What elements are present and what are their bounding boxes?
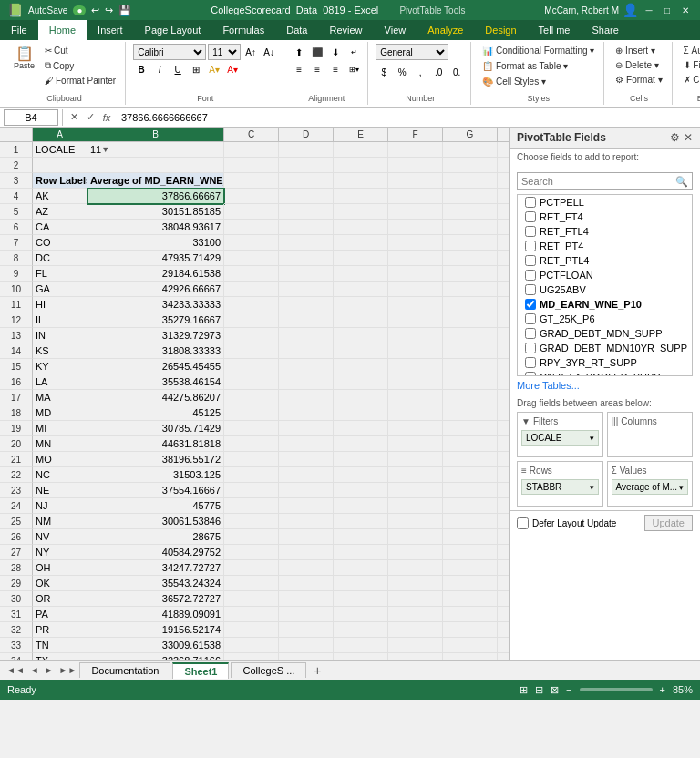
cell-e-2[interactable] (334, 158, 388, 173)
sheet-nav-next[interactable]: ► (42, 665, 57, 675)
row-header[interactable]: 11 (0, 297, 33, 312)
cell-h-14[interactable] (498, 343, 509, 359)
cell-g-10[interactable] (443, 282, 498, 297)
row-header[interactable]: 34 (0, 653, 33, 660)
cell-f-1[interactable] (388, 142, 443, 158)
cell-g-24[interactable] (443, 498, 498, 514)
cell-f-9[interactable] (388, 266, 443, 282)
row-header[interactable]: 18 (0, 405, 33, 421)
cell-c-2[interactable] (224, 158, 279, 173)
tab-view[interactable]: View (374, 20, 417, 40)
bottom-align-button[interactable]: ⬇ (327, 44, 344, 60)
col-header-h[interactable]: H (498, 128, 509, 141)
cell-b-10[interactable]: 42926.66667 (88, 282, 224, 297)
tab-sheet1[interactable]: Sheet1 (172, 662, 229, 679)
col-header-e[interactable]: E (334, 128, 388, 141)
cell-c-1[interactable] (224, 142, 279, 158)
pivot-field-checkbox-ug25abv[interactable] (525, 284, 536, 295)
cell-d-22[interactable] (279, 467, 334, 483)
cell-b-4[interactable]: 37866.66667 (88, 189, 224, 204)
cell-c-16[interactable] (224, 374, 279, 390)
cell-h-25[interactable] (498, 514, 509, 529)
cell-b-28[interactable]: 34247.72727 (88, 560, 224, 576)
cell-e-9[interactable] (334, 266, 388, 282)
cell-a-14[interactable]: KS (33, 343, 88, 359)
cell-d-2[interactable] (279, 158, 334, 173)
confirm-icon[interactable]: ✓ (83, 110, 98, 125)
cell-c-30[interactable] (224, 591, 279, 607)
tab-insert[interactable]: Insert (87, 20, 134, 40)
row-header[interactable]: 27 (0, 545, 33, 560)
cell-g-20[interactable] (443, 436, 498, 452)
cell-c-21[interactable] (224, 452, 279, 467)
close-button[interactable]: ✕ (678, 3, 693, 17)
cell-b-30[interactable]: 36572.72727 (88, 591, 224, 607)
cell-h-8[interactable] (498, 251, 509, 266)
cell-d-34[interactable] (279, 653, 334, 660)
cell-g-13[interactable] (443, 328, 498, 343)
row-header[interactable]: 30 (0, 591, 33, 607)
insert-function-icon[interactable]: fx (99, 110, 114, 125)
cell-e-34[interactable] (334, 653, 388, 660)
row-header[interactable]: 8 (0, 251, 33, 266)
cell-a-28[interactable]: OH (33, 560, 88, 576)
cancel-icon[interactable]: ✕ (67, 110, 81, 125)
cell-d-32[interactable] (279, 622, 334, 638)
cell-a-19[interactable]: MI (33, 421, 88, 436)
format-cells-button[interactable]: ⚙ Format ▾ (612, 73, 665, 87)
row-header[interactable]: 6 (0, 220, 33, 235)
tab-colleges[interactable]: CollegeS ... (231, 662, 306, 678)
pivot-field-checkbox-pctfloan[interactable] (525, 270, 536, 281)
zoom-slider[interactable] (580, 688, 653, 691)
tab-page-layout[interactable]: Page Layout (134, 20, 212, 40)
cell-g-12[interactable] (443, 312, 498, 328)
increase-decimal-button[interactable]: .0 (430, 64, 447, 80)
col-header-c[interactable]: C (224, 128, 279, 141)
cell-c-5[interactable] (224, 204, 279, 220)
row-header[interactable]: 12 (0, 312, 33, 328)
add-sheet-button[interactable]: + (308, 663, 326, 678)
cell-d-5[interactable] (279, 204, 334, 220)
cell-e-30[interactable] (334, 591, 388, 607)
cell-d-7[interactable] (279, 235, 334, 251)
cell-b-11[interactable]: 34233.33333 (88, 297, 224, 312)
cell-f-11[interactable] (388, 297, 443, 312)
clear-button[interactable]: ✗ Clear ▾ (680, 73, 700, 87)
cell-f-18[interactable] (388, 405, 443, 421)
cell-b-27[interactable]: 40584.29752 (88, 545, 224, 560)
cell-b-22[interactable]: 31503.125 (88, 467, 224, 483)
view-page-break-icon[interactable]: ⊠ (551, 684, 559, 696)
cell-b-19[interactable]: 30785.71429 (88, 421, 224, 436)
cell-d-30[interactable] (279, 591, 334, 607)
cell-g-3[interactable] (443, 173, 498, 189)
cell-b-18[interactable]: 45125 (88, 405, 224, 421)
cell-f-21[interactable] (388, 452, 443, 467)
cell-g-26[interactable] (443, 529, 498, 545)
cell-h-12[interactable] (498, 312, 509, 328)
cell-b-14[interactable]: 31808.33333 (88, 343, 224, 359)
cell-b-29[interactable]: 35543.24324 (88, 576, 224, 591)
row-header[interactable]: 7 (0, 235, 33, 251)
pivot-field-checkbox-ret_ft4[interactable] (525, 211, 536, 222)
pivot-field-checkbox-rpy_3yr_rt_supp[interactable] (525, 357, 536, 368)
cell-d-20[interactable] (279, 436, 334, 452)
cell-d-21[interactable] (279, 452, 334, 467)
cell-d-8[interactable] (279, 251, 334, 266)
cell-f-28[interactable] (388, 560, 443, 576)
cell-f-2[interactable] (388, 158, 443, 173)
bold-button[interactable]: B (133, 61, 149, 77)
cell-e-21[interactable] (334, 452, 388, 467)
cell-g-23[interactable] (443, 483, 498, 498)
row-header[interactable]: 21 (0, 452, 33, 467)
tab-home[interactable]: Home (38, 20, 87, 40)
merge-button[interactable]: ⊞▾ (345, 61, 362, 77)
cell-g-32[interactable] (443, 622, 498, 638)
cell-b-1[interactable]: 11 ▼ (88, 142, 224, 158)
cell-d-14[interactable] (279, 343, 334, 359)
cell-a-25[interactable]: NM (33, 514, 88, 529)
view-layout-icon[interactable]: ⊟ (535, 684, 543, 696)
row-header[interactable]: 16 (0, 374, 33, 390)
cell-e-14[interactable] (334, 343, 388, 359)
save-icon[interactable]: 💾 (118, 5, 131, 16)
cell-b-23[interactable]: 37554.16667 (88, 483, 224, 498)
